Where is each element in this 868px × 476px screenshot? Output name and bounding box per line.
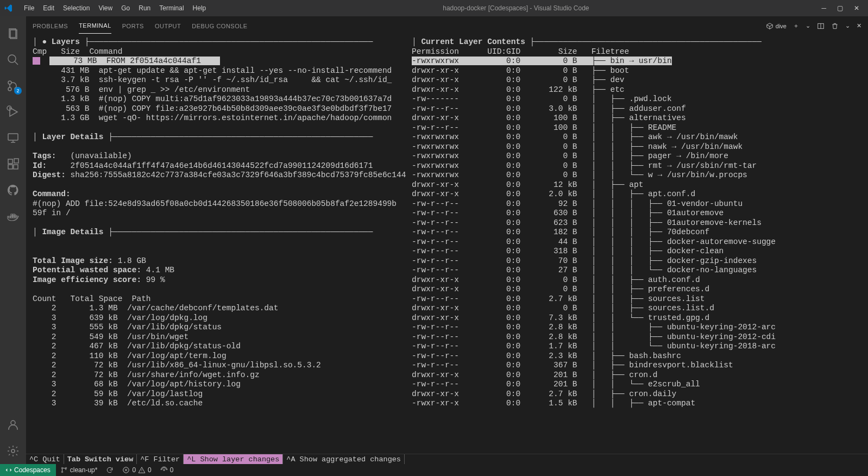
maximize-icon[interactable]: ▢ (837, 4, 843, 12)
split-terminal-icon[interactable] (817, 22, 825, 30)
tab-problems[interactable]: PROBLEMS (33, 18, 68, 34)
remote-indicator[interactable]: Codespaces (0, 464, 56, 476)
svg-point-20 (61, 467, 62, 468)
settings-icon[interactable] (0, 438, 26, 464)
dive-bottombar: ^C Quit Tab Switch view ^F Filter ^L Sho… (26, 454, 868, 464)
menu-terminal[interactable]: Terminal (155, 4, 188, 12)
scm-icon[interactable]: 2 (0, 73, 26, 99)
maximize-panel-icon[interactable]: ⌄ (845, 22, 850, 29)
accounts-icon[interactable] (0, 412, 26, 438)
svg-point-28 (163, 469, 165, 471)
trash-icon[interactable] (831, 22, 839, 30)
close-panel-icon[interactable]: ✕ (857, 22, 861, 29)
svg-point-2 (8, 55, 16, 62)
menu-edit[interactable]: Edit (39, 4, 59, 12)
extensions-icon[interactable] (0, 151, 26, 177)
window-title: hadoop-docker [Codespaces] - Visual Stud… (210, 4, 821, 12)
layer-changes-hint: ^L Show layer changes (184, 454, 283, 464)
svg-rect-12 (8, 159, 12, 164)
scm-badge: 2 (14, 87, 22, 95)
branch-indicator[interactable]: clean-up* (56, 466, 102, 474)
docker-icon[interactable] (0, 203, 26, 229)
chevron-down-icon[interactable]: ⌄ (806, 22, 810, 29)
activitybar: 2 (0, 16, 26, 464)
svg-rect-9 (8, 134, 18, 140)
svg-rect-14 (14, 165, 18, 169)
titlebar: File Edit Selection View Go Run Terminal… (0, 0, 868, 16)
terminal-kind-icon[interactable]: dive (766, 22, 787, 30)
debug-icon[interactable] (0, 99, 26, 125)
svg-point-4 (8, 81, 11, 84)
aggregated-hint: ^A Show aggregated changes (283, 454, 405, 464)
menu-file[interactable]: File (20, 4, 39, 12)
terminal-content[interactable]: │ ● Layers ├────────────────────────────… (26, 35, 868, 454)
filter-hint: ^F Filter (137, 454, 184, 464)
switch-view-hint: Tab Switch view (64, 454, 137, 464)
close-icon[interactable]: ✕ (854, 4, 859, 12)
problems-indicator[interactable]: 0 0 (118, 466, 155, 474)
tab-debug-console[interactable]: DEBUG CONSOLE (192, 18, 247, 34)
svg-point-22 (61, 471, 62, 472)
ports-indicator[interactable]: 0 (156, 466, 178, 474)
explorer-icon[interactable] (0, 21, 26, 47)
github-icon[interactable] (0, 177, 26, 203)
quit-hint: ^C Quit (26, 454, 64, 464)
panel-tabs: PROBLEMS TERMINAL PORTS OUTPUT DEBUG CON… (26, 16, 868, 35)
svg-point-6 (8, 87, 11, 91)
menu-help[interactable]: Help (188, 4, 211, 12)
svg-point-16 (11, 421, 15, 425)
menu-run[interactable]: Run (134, 4, 155, 12)
new-terminal-icon[interactable]: ＋ (793, 22, 799, 30)
menu-selection[interactable]: Selection (59, 4, 94, 12)
remote-explorer-icon[interactable] (0, 125, 26, 151)
menu-go[interactable]: Go (117, 4, 134, 12)
vscode-icon (4, 4, 13, 12)
svg-rect-15 (14, 159, 18, 163)
sync-indicator[interactable] (102, 466, 118, 474)
minimize-icon[interactable]: ─ (821, 4, 826, 12)
tab-output[interactable]: OUTPUT (155, 18, 181, 34)
tab-terminal[interactable]: TERMINAL (79, 18, 111, 34)
statusbar: Codespaces clean-up* 0 0 0 (0, 464, 868, 476)
search-icon[interactable] (0, 47, 26, 73)
tab-ports[interactable]: PORTS (122, 18, 144, 34)
menu-view[interactable]: View (94, 4, 117, 12)
svg-point-17 (11, 449, 15, 453)
svg-line-3 (15, 61, 18, 65)
svg-rect-13 (8, 165, 12, 169)
